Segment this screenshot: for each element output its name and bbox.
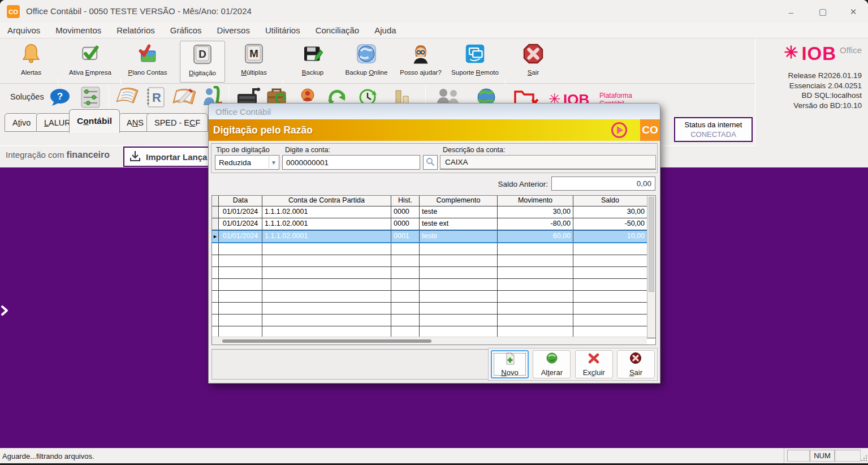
menu-diversos[interactable]: Diversos: [217, 25, 250, 35]
alertas-button[interactable]: Alertas: [7, 41, 55, 83]
status-cell: [787, 450, 810, 462]
search-account-button[interactable]: [423, 155, 438, 170]
remote-desktop-icon: [464, 42, 486, 67]
search-icon: [426, 157, 435, 168]
horizontal-scrollbar[interactable]: [212, 337, 647, 345]
multiplas-button[interactable]: M Múltiplas: [231, 41, 277, 83]
alterar-button[interactable]: Alterar: [533, 350, 571, 378]
svg-text:Plataforma: Plataforma: [599, 92, 632, 100]
window-title: Office Contábil - 0050 TESTE VERSÃO - Mê…: [26, 6, 252, 16]
header-movimento[interactable]: Movimento: [498, 196, 573, 206]
notebook-icon[interactable]: [114, 86, 140, 111]
table-row-selected[interactable]: ► 01/01/2024 1.1.1.02.0001 0001 teste 60…: [212, 230, 655, 243]
saldo-anterior-field: 0,00: [551, 176, 655, 191]
key-d-icon: D: [191, 43, 214, 68]
excluir-button[interactable]: Excluir: [575, 350, 613, 378]
play-help-video-button[interactable]: [611, 122, 627, 138]
edit-sphere-icon: [545, 352, 559, 367]
menu-utilitarios[interactable]: Utilitários: [265, 25, 300, 35]
dialog-button-group: Novo Alterar Excluir Sair: [488, 348, 658, 381]
suporte-remoto-button[interactable]: Suporte Remoto: [447, 41, 503, 83]
importar-lancamentos-button[interactable]: Importar Lança: [123, 147, 217, 167]
header-hist[interactable]: Hist.: [391, 196, 420, 206]
chart-check-icon: [136, 42, 159, 67]
svg-text:?: ?: [57, 91, 63, 102]
tab-sped-ecf[interactable]: SPED - ECF: [146, 113, 208, 132]
play-icon: [617, 126, 623, 134]
sair-toolbar-button[interactable]: Sair: [512, 41, 555, 83]
descricao-conta-field: CAIXA: [440, 155, 656, 170]
resize-grip[interactable]: [861, 455, 867, 463]
vertical-scrollbar[interactable]: [647, 196, 655, 337]
exit-circle-x-icon: [629, 352, 642, 367]
lancamentos-table: Data Conta de Contra Partida Hist. Compl…: [211, 195, 656, 345]
menu-relatorios[interactable]: Relatórios: [116, 25, 155, 35]
r-notebook-icon[interactable]: R: [142, 86, 167, 111]
bell-icon: [20, 42, 42, 67]
row-selector-arrow: ►: [212, 231, 219, 242]
exit-octagon-icon: [522, 42, 545, 67]
table-row[interactable]: 01/01/2024 1.1.1.02.0001 0000 teste 30,0…: [212, 206, 655, 218]
chevron-down-icon: ▼: [269, 156, 278, 169]
novo-button[interactable]: Novo: [491, 350, 529, 378]
financeiro-brand: financeiro: [67, 150, 110, 160]
maximize-button[interactable]: ▢: [813, 5, 832, 19]
backup-online-button[interactable]: Backup Online: [340, 41, 393, 83]
dialog-title-bar[interactable]: Office Contábil: [209, 104, 660, 119]
title-bar: CO Office Contábil - 0050 TESTE VERSÃO -…: [0, 0, 868, 23]
header-conta-contra-partida[interactable]: Conta de Contra Partida: [262, 196, 391, 206]
dialog-banner: Digitação pelo Razão CO: [209, 119, 660, 141]
num-lock-indicator: NUM: [810, 450, 835, 462]
solucoes-label: Soluções: [10, 92, 44, 101]
header-complemento[interactable]: Complemento: [420, 196, 498, 206]
close-button[interactable]: ✕: [844, 5, 863, 19]
sair-button[interactable]: Sair: [617, 350, 655, 378]
menu-movimentos[interactable]: Movimentos: [55, 25, 101, 35]
status-bar: Aguarde...filtrando arquivos. NUM: [0, 447, 868, 463]
ativa-empresa-button[interactable]: Ativa Empresa: [63, 41, 117, 83]
svg-text:D: D: [198, 48, 206, 60]
backup-button[interactable]: Backup: [290, 41, 335, 83]
scrollbar-thumb[interactable]: [222, 339, 431, 343]
app-window: CO Office Contábil - 0050 TESTE VERSÃO -…: [0, 0, 868, 463]
internet-status-box: Status da internet CONECTADA: [674, 117, 753, 142]
menu-arquivos[interactable]: Arquivos: [7, 25, 40, 35]
svg-text:R: R: [152, 91, 161, 105]
delete-x-icon: [587, 352, 601, 367]
tab-ativo[interactable]: Ativo: [5, 113, 38, 132]
table-header-row: Data Conta de Contra Partida Hist. Compl…: [212, 196, 655, 206]
saldo-anterior-label: Saldo Anterior:: [424, 180, 548, 188]
status-cell: [835, 450, 861, 462]
digitacao-pelo-razao-dialog: Office Contábil Digitação pelo Razão CO …: [208, 103, 660, 384]
tipo-digitacao-label: Tipo de digitação: [216, 146, 270, 154]
descricao-conta-label: Descrição da conta:: [443, 146, 505, 154]
scrollbar-thumb[interactable]: [649, 197, 654, 292]
integration-label: Integração com financeiro: [6, 150, 110, 160]
menu-conciliacao[interactable]: Conciliação: [316, 25, 360, 35]
bd-sql: BD SQL:localhost: [758, 91, 862, 101]
new-page-plus-icon: [503, 352, 517, 367]
release-version: Release R2026.01.19: [758, 71, 862, 81]
menu-ajuda[interactable]: Ajuda: [374, 25, 396, 35]
dialog-banner-title: Digitação pelo Razão: [209, 124, 313, 136]
help-bubble-icon[interactable]: ?: [49, 88, 71, 109]
menu-graficos[interactable]: Gráficos: [170, 25, 202, 35]
iob-office-logo: ✳ IOB Office: [758, 44, 865, 63]
notepad-pencil-icon[interactable]: [171, 86, 197, 111]
digitacao-button[interactable]: D Digitação: [180, 41, 225, 83]
header-saldo[interactable]: Saldo: [573, 196, 647, 206]
header-data[interactable]: Data: [219, 196, 262, 206]
posso-ajudar-button[interactable]: Posso ajudar?: [395, 41, 446, 83]
expand-panel-chevron-icon[interactable]: [0, 304, 9, 317]
essenciais-version: Essenciais 2.04.0251: [758, 81, 862, 91]
co-badge: CO: [640, 119, 660, 141]
conta-input[interactable]: [282, 155, 420, 170]
minimize-button[interactable]: –: [781, 5, 801, 19]
globe-icon: [355, 42, 378, 67]
table-row[interactable]: 01/01/2024 1.1.1.02.0001 0000 teste ext …: [212, 218, 655, 230]
assistant-avatar-icon: [409, 42, 432, 67]
tab-contabil[interactable]: Contábil: [69, 109, 120, 133]
plano-contas-button[interactable]: Plano Contas: [122, 41, 173, 83]
sliders-icon[interactable]: [78, 86, 103, 111]
tipo-digitacao-select[interactable]: Reduzida ▼: [215, 155, 279, 170]
